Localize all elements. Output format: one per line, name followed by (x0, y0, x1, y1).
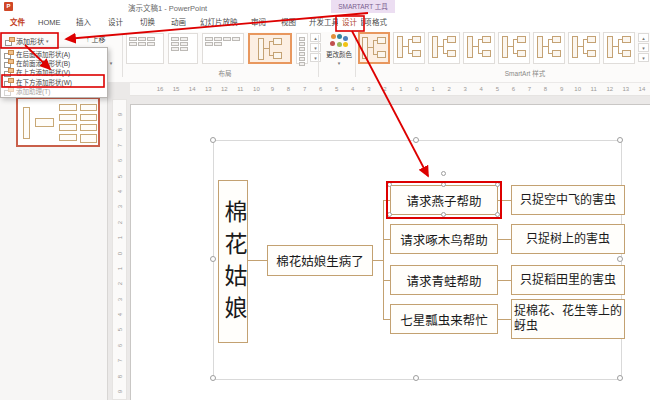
menu-item-add-shape-below[interactable]: 在下方添加形状(W) (1, 77, 107, 86)
tab-file[interactable]: 文件 (6, 13, 29, 32)
selection-handle[interactable] (210, 137, 216, 143)
hruler-number: 10 (570, 83, 586, 95)
menu-item-add-shape-after[interactable]: 在后面添加形状(A) (1, 49, 107, 58)
diagram-result-shape-3[interactable]: 捉棉花、花生等上的蚜虫 (511, 299, 625, 339)
tab-review[interactable]: 审阅 (247, 13, 270, 32)
tab-slideshow[interactable]: 幻灯片放映 (196, 13, 242, 32)
scroll-up-icon[interactable]: ▴ (310, 33, 321, 42)
scroll-down-icon[interactable]: ▾ (638, 43, 649, 52)
selection-handle[interactable] (210, 375, 216, 381)
connector-line (383, 239, 390, 240)
connector-line (498, 239, 511, 240)
hruler-number: 2 (377, 83, 393, 95)
tab-animations[interactable]: 动画 (167, 13, 190, 32)
slide-thumbnail[interactable] (16, 97, 100, 147)
add-shape-menu-icon (4, 87, 13, 95)
selection-handle[interactable] (617, 137, 623, 143)
menu-item-label: 添加助理(T) (16, 86, 50, 96)
scroll-down-icon[interactable]: ▾ (310, 43, 321, 52)
smartart-style-item-7[interactable] (603, 32, 635, 64)
chevron-down-icon: ▾ (46, 38, 49, 44)
connector-line (498, 280, 511, 281)
gallery-more-icon[interactable]: ▾ (310, 53, 321, 62)
menu-item-add-shape-before[interactable]: 在前面添加形状(B) (1, 58, 107, 67)
hruler-number: 8 (281, 83, 297, 95)
selection-handle[interactable] (413, 137, 419, 143)
tab-insert[interactable]: 插入 (72, 13, 95, 32)
styles-gallery-scroll[interactable]: ▴ ▾ ▾ (638, 33, 649, 62)
hruler-number: 2 (441, 83, 457, 95)
diagram-request-shape-2[interactable]: 请求青蛙帮助 (390, 265, 498, 295)
vruler-number: 9 (113, 384, 128, 399)
hruler-number: 13 (200, 83, 216, 95)
smartart-style-item-1[interactable] (393, 32, 425, 64)
layout-gallery-item-3[interactable] (248, 33, 292, 64)
layout-gallery-item-0[interactable] (126, 33, 164, 64)
vruler-number: 0 (113, 246, 128, 261)
hruler-number: 1 (425, 83, 441, 95)
smartart-style-item-5[interactable] (533, 32, 565, 64)
diagram-request-shape-3[interactable]: 七星瓢虫来帮忙 (390, 304, 498, 334)
change-colors-button[interactable]: 更改颜色 ▾ (322, 34, 356, 66)
menu-item-add-shape-above[interactable]: 在上方添加形状(V) (1, 68, 107, 77)
styles-group-label: SmartArt 样式 (460, 68, 590, 78)
smartart-style-item-6[interactable] (568, 32, 600, 64)
menu-item-add-assistant[interactable]: 添加助理(T) (1, 87, 107, 96)
add-shape-menu-icon (4, 68, 13, 76)
hruler-number: 1 (393, 83, 409, 95)
selection-handle[interactable] (210, 256, 216, 262)
shape-selection-handle[interactable] (387, 182, 392, 187)
diagram-result-shape-0[interactable]: 只捉空中飞的害虫 (511, 185, 625, 215)
tab-design[interactable]: 设计 (104, 13, 127, 32)
selection-handle[interactable] (413, 375, 419, 381)
layout-gallery-scroll[interactable]: ▴ ▾ ▾ (310, 33, 321, 62)
shape-selection-handle[interactable] (441, 182, 446, 187)
tab-view[interactable]: 视图 (277, 13, 300, 32)
connector-line (383, 200, 384, 319)
diagram-request-shape-1[interactable]: 请求啄木鸟帮助 (390, 224, 498, 254)
smartart-style-item-4[interactable] (498, 32, 530, 64)
diagram-root-shape[interactable]: 棉花姑娘 (218, 180, 248, 343)
chevron-down-icon: ▾ (110, 60, 113, 66)
vruler-number: 4 (113, 307, 128, 322)
scroll-up-icon[interactable]: ▴ (638, 33, 649, 42)
diagram-result-shape-1[interactable]: 只捉树上的害虫 (511, 224, 625, 254)
move-up-button[interactable]: ↑ 上移 (86, 34, 106, 44)
hruler-number: 11 (232, 83, 248, 95)
smartart-style-item-2[interactable] (428, 32, 460, 64)
tab-home[interactable]: HOME (34, 13, 65, 32)
selection-handle[interactable] (617, 256, 623, 262)
vruler-number: 8 (113, 369, 128, 384)
layout-gallery-item-1[interactable] (168, 33, 198, 64)
rotation-handle[interactable] (441, 171, 446, 176)
add-shape-menu-icon (4, 50, 13, 58)
tab-smartart-format[interactable]: 格式 (368, 13, 391, 32)
vruler-number: 3 (113, 292, 128, 307)
diagram-request-shape-0[interactable]: 请求燕子帮助 (390, 185, 498, 215)
selection-handle[interactable] (617, 375, 623, 381)
move-up-label: 上移 (92, 34, 106, 44)
shape-selection-handle[interactable] (441, 212, 446, 217)
add-shape-menu-icon (4, 59, 13, 67)
vruler-number: 2 (113, 276, 128, 291)
shape-selection-handle[interactable] (387, 212, 392, 217)
shape-selection-handle[interactable] (495, 212, 500, 217)
tab-smartart-design[interactable]: 设计 (338, 13, 361, 32)
add-shape-button[interactable]: 添加形状 ▾ (3, 34, 59, 47)
vruler-number: 6 (113, 153, 128, 168)
diagram-result-shape-2[interactable]: 只捉稻田里的害虫 (511, 265, 625, 295)
shape-selection-handle[interactable] (495, 182, 500, 187)
diagram-intro-shape[interactable]: 棉花姑娘生病了 (267, 245, 373, 276)
layout-gallery-item-2[interactable] (202, 33, 244, 64)
hruler-number: 11 (586, 83, 602, 95)
group-separator (318, 35, 319, 77)
smartart-style-item-3[interactable] (463, 32, 495, 64)
layout-gallery-item-4[interactable] (296, 33, 308, 64)
hruler-number: 7 (521, 83, 537, 95)
hruler-number: 12 (216, 83, 232, 95)
tab-transitions[interactable]: 切换 (136, 13, 159, 32)
smartart-style-item-0[interactable] (358, 32, 390, 64)
hruler-number: 0 (409, 83, 425, 95)
gallery-more-icon[interactable]: ▾ (638, 53, 649, 62)
vruler-number: 1 (113, 261, 128, 276)
